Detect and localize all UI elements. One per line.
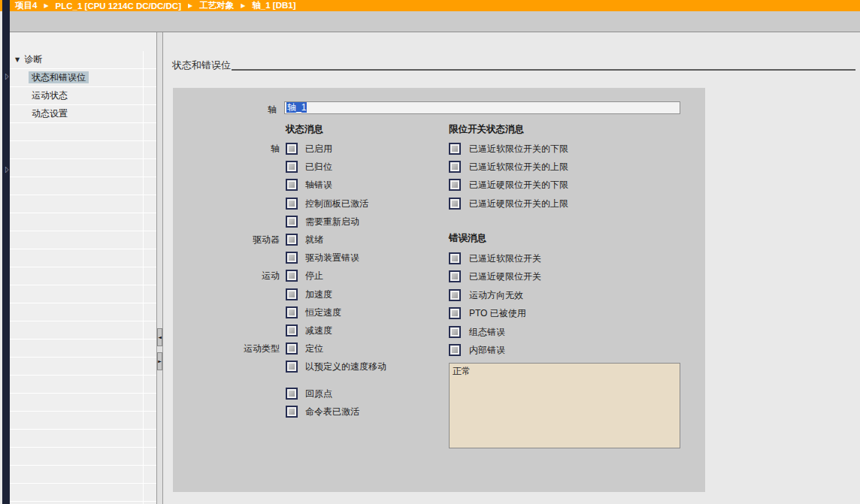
status-indicator-label: 驱动装置错误 [305, 252, 359, 264]
status-group-label: 驱动器 [173, 234, 280, 246]
error-indicator-label: 内部错误 [469, 345, 505, 356]
limit-indicator-box [449, 161, 461, 173]
limit-switch-header: 限位开关状态消息 [449, 123, 524, 136]
error-indicator-label: 组态错误 [469, 327, 505, 338]
panel-splitter[interactable]: ◄ ► [156, 32, 163, 504]
status-indicator-label: 定位 [305, 343, 323, 355]
limit-indicator-box [449, 143, 461, 155]
status-indicator-box [286, 361, 298, 373]
axis-field-label: 轴 [179, 104, 277, 116]
breadcrumb-separator-icon: ▶ [44, 2, 48, 9]
status-indicator-box [286, 406, 298, 418]
status-indicator-box [286, 143, 298, 155]
status-indicator-label: 回原点 [305, 388, 332, 400]
limit-indicator-label: 已逼近硬限位开关的上限 [469, 198, 568, 210]
status-indicator-label: 已归位 [305, 161, 332, 173]
toolbar-strip [10, 11, 860, 32]
tree-grid-line [143, 51, 144, 504]
status-messages-header: 状态消息 [286, 123, 323, 136]
tree-rows: ▼诊断状态和错误位运动状态动态设置 [10, 51, 156, 504]
status-indicator-label: 轴错误 [305, 180, 332, 191]
error-messages-header: 错误消息 [449, 232, 486, 245]
status-message-text: 正常 [453, 366, 471, 376]
breadcrumb-segment[interactable]: PLC_1 [CPU 1214C DC/DC/DC] [56, 2, 181, 11]
breadcrumb: 项目4▶PLC_1 [CPU 1214C DC/DC/DC]▶工艺对象▶轴_1 … [10, 0, 860, 11]
error-indicator-box [449, 270, 461, 282]
status-indicator-box [286, 306, 298, 318]
tree-root-label: 诊断 [24, 54, 42, 65]
error-indicator-box [449, 289, 461, 301]
status-indicator-label: 已启用 [305, 143, 332, 155]
status-error-panel: 轴 轴_1 状态消息 限位开关状态消息 错误消息 轴已启用已归位轴错误控制面板已… [173, 88, 705, 492]
error-indicator-box [449, 326, 461, 338]
status-indicator-box [286, 388, 298, 400]
status-indicator-box [286, 324, 298, 337]
status-indicator-box [286, 343, 298, 355]
status-indicator-box [286, 270, 298, 282]
breadcrumb-segment[interactable]: 项目4 [15, 0, 37, 11]
tree-leaf-label: 运动状态 [29, 89, 71, 101]
tree-leaf-label: 动态设置 [29, 107, 71, 119]
limit-indicator-box [449, 179, 461, 191]
error-indicator-box [449, 252, 461, 264]
tia-portal-diagnostics-window: ◹ ◹ 项目4▶PLC_1 [CPU 1214C DC/DC/DC]▶工艺对象▶… [0, 0, 860, 504]
status-indicator-label: 加速度 [305, 289, 332, 300]
axis-select-input[interactable]: 轴_1 [284, 101, 680, 114]
status-indicator-label: 命令表已激活 [305, 406, 359, 418]
splitter-expand-right-button[interactable]: ► [157, 352, 162, 370]
error-indicator-box [449, 344, 461, 356]
status-indicator-box [286, 252, 298, 264]
breadcrumb-segment[interactable]: 轴_1 [DB1] [252, 0, 295, 11]
limit-indicator-label: 已逼近硬限位开关的下限 [469, 180, 568, 191]
status-group-label: 运动 [173, 270, 280, 282]
error-indicator-label: PTO 已被使用 [469, 308, 526, 319]
tree-leaf-3[interactable]: 动态设置 [10, 105, 143, 123]
error-indicator-label: 已逼近硬限位开关 [469, 271, 541, 282]
status-indicator-box [286, 179, 298, 191]
status-indicator-box [286, 234, 298, 246]
status-indicator-label: 以预定义的速度移动 [305, 361, 386, 373]
status-indicator-box [286, 198, 298, 210]
title-rule [232, 69, 855, 71]
diagnostics-nav-tree: ▼诊断状态和错误位运动状态动态设置 [10, 32, 156, 504]
axis-input-selected-text: 轴_1 [286, 102, 307, 113]
tree-leaf-label: 状态和错误位 [29, 71, 89, 83]
collapsed-panel-handle-icon: ◹ [2, 166, 9, 174]
status-indicator-label: 恒定速度 [305, 307, 341, 318]
status-indicator-box [286, 288, 298, 300]
status-indicator-box [286, 161, 298, 173]
status-indicator-box [286, 216, 298, 228]
collapsed-panel-strip[interactable]: ◹ ◹ [2, 0, 10, 504]
limit-indicator-label: 已逼近软限位开关的上限 [469, 161, 568, 173]
chevron-down-icon[interactable]: ▼ [15, 51, 20, 68]
status-indicator-label: 需要重新启动 [305, 216, 359, 228]
tree-leaf-2[interactable]: 运动状态 [10, 87, 143, 105]
splitter-collapse-left-button[interactable]: ◄ [157, 328, 162, 346]
status-indicator-label: 减速度 [305, 325, 332, 337]
status-indicator-label: 就绪 [305, 234, 323, 246]
error-indicator-label: 已逼近软限位开关 [469, 253, 541, 264]
breadcrumb-separator-icon: ▶ [188, 2, 192, 9]
page-title: 状态和错误位 [172, 59, 231, 72]
status-indicator-label: 控制面板已激活 [305, 198, 368, 210]
error-indicator-label: 运动方向无效 [469, 290, 523, 301]
tree-leaf-1[interactable]: 状态和错误位 [10, 69, 143, 87]
status-group-label: 轴 [173, 143, 280, 155]
error-indicator-box [449, 307, 461, 319]
breadcrumb-separator-icon: ▶ [241, 2, 245, 9]
status-group-label: 运动类型 [173, 343, 280, 355]
limit-indicator-box [449, 198, 461, 210]
tree-node-diagnostics[interactable]: ▼诊断 [10, 51, 143, 69]
status-indicator-label: 停止 [305, 270, 323, 282]
limit-indicator-label: 已逼近软限位开关的下限 [469, 143, 568, 155]
breadcrumb-segment[interactable]: 工艺对象 [199, 0, 234, 11]
status-message-box: 正常 [449, 363, 680, 448]
collapsed-panel-handle-icon: ◹ [2, 73, 9, 80]
